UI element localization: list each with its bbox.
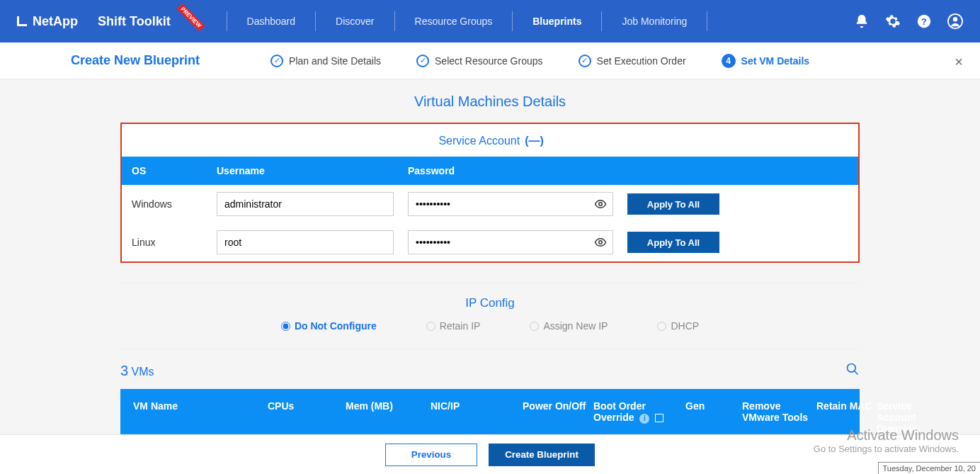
nav-job-monitoring[interactable]: Job Monitoring — [622, 16, 687, 27]
brand-text: NetApp — [33, 14, 78, 29]
password-input-linux[interactable] — [408, 230, 613, 254]
top-nav: NetApp Shift Toolkit PREVIEW Dashboard D… — [0, 0, 980, 43]
vms-summary-line: 3 VMs — [120, 349, 860, 379]
nav-blueprints[interactable]: Blueprints — [532, 16, 581, 27]
radio-input[interactable] — [530, 322, 539, 331]
os-label: Linux — [132, 237, 203, 248]
vms-count: 3 — [120, 363, 128, 378]
col-nic-ip: NIC/IP — [431, 400, 523, 412]
step-label: Select Resource Groups — [435, 55, 543, 67]
step-set-vm-details[interactable]: 4 Set VM Details — [722, 54, 809, 68]
step-label: Set VM Details — [741, 55, 809, 67]
nav-separator — [227, 11, 227, 31]
service-account-header-row: OS Username Password — [122, 157, 858, 185]
check-icon: ✓ — [270, 55, 283, 67]
svg-text:?: ? — [921, 16, 927, 27]
service-account-row-windows: Windows Apply To All — [122, 185, 858, 223]
username-input-linux[interactable] — [217, 230, 394, 254]
vms-count-label: 3 VMs — [120, 363, 154, 379]
col-vm-name: VM Name — [133, 400, 268, 412]
nav-discover[interactable]: Discover — [336, 16, 374, 27]
eye-icon[interactable] — [593, 197, 608, 211]
user-icon[interactable] — [947, 13, 963, 29]
step-label: Plan and Site Details — [289, 55, 381, 67]
col-power: Power On/Off — [523, 400, 593, 412]
nav-resource-groups[interactable]: Resource Groups — [415, 16, 493, 27]
nav-separator — [394, 11, 395, 31]
bell-icon[interactable] — [854, 13, 870, 29]
step-select-resource-groups[interactable]: ✓ Select Resource Groups — [416, 54, 543, 68]
top-nav-left: NetApp Shift Toolkit PREVIEW Dashboard D… — [17, 11, 707, 31]
svg-point-3 — [953, 17, 957, 21]
nav-separator — [315, 11, 316, 31]
radio-label: Do Not Configure — [295, 320, 377, 332]
radio-input[interactable] — [657, 322, 666, 331]
apply-to-all-button-windows[interactable]: Apply To All — [627, 193, 719, 215]
col-username: Username — [217, 165, 394, 176]
boot-override-checkbox[interactable] — [655, 414, 663, 422]
nav-separator — [601, 11, 602, 31]
step-number: 4 — [722, 54, 736, 68]
radio-label: Retain IP — [440, 320, 481, 332]
ip-config-section: IP Config Do Not Configure Retain IP Ass… — [120, 283, 860, 332]
close-icon[interactable]: × — [955, 54, 963, 70]
service-account-title-text: Service Account — [438, 135, 520, 147]
wizard-steps: ✓ Plan and Site Details ✓ Select Resourc… — [270, 54, 809, 68]
radio-do-not-configure[interactable]: Do Not Configure — [281, 320, 377, 332]
brand: NetApp — [17, 14, 78, 29]
product-text: Shift Toolkit — [98, 14, 171, 29]
service-account-title: Service Account (—) — [122, 124, 858, 157]
wizard-title: Create New Blueprint — [71, 53, 200, 68]
nav-dashboard[interactable]: Dashboard — [247, 16, 296, 27]
gear-icon[interactable] — [885, 13, 901, 29]
apply-to-all-button-linux[interactable]: Apply To All — [627, 232, 719, 253]
step-plan-details[interactable]: ✓ Plan and Site Details — [270, 54, 381, 68]
radio-label: Assign New IP — [543, 320, 608, 332]
col-password: Password — [408, 165, 613, 176]
nav-separator — [512, 11, 513, 31]
radio-input[interactable] — [281, 322, 290, 331]
username-input-windows[interactable] — [217, 192, 394, 216]
col-cpus: CPUs — [268, 400, 346, 412]
col-os: OS — [132, 165, 203, 176]
collapse-icon[interactable]: (—) — [528, 134, 542, 148]
date-strip: Tuesday, December 10, 20 — [878, 462, 980, 474]
os-label: Windows — [132, 198, 203, 210]
radio-label: DHCP — [671, 320, 699, 332]
service-account-row-linux: Linux Apply To All — [122, 223, 858, 261]
product-name: Shift Toolkit PREVIEW — [98, 14, 207, 29]
step-label: Set Execution Order — [597, 55, 686, 67]
previous-button[interactable]: Previous — [385, 444, 477, 466]
wizard-header: Create New Blueprint ✓ Plan and Site Det… — [0, 43, 980, 79]
create-blueprint-button[interactable]: Create Blueprint — [489, 444, 595, 466]
radio-retain-ip[interactable]: Retain IP — [426, 320, 481, 332]
password-input-windows[interactable] — [408, 192, 613, 216]
help-icon[interactable]: ? — [916, 13, 932, 29]
radio-dhcp[interactable]: DHCP — [657, 320, 699, 332]
radio-input[interactable] — [426, 322, 435, 331]
wizard-footer: Previous Create Blueprint — [0, 434, 980, 474]
check-icon: ✓ — [416, 55, 429, 67]
radio-assign-new-ip[interactable]: Assign New IP — [530, 320, 608, 332]
ip-config-title: IP Config — [120, 296, 860, 310]
svg-point-6 — [848, 364, 856, 373]
col-boot-order: Boot Order Override i — [593, 400, 685, 424]
col-mem: Mem (MB) — [346, 400, 431, 412]
col-gen: Gen — [685, 400, 742, 412]
top-nav-right: ? — [854, 13, 963, 29]
nav-separator — [707, 11, 707, 31]
check-icon: ✓ — [579, 55, 591, 67]
step-set-execution-order[interactable]: ✓ Set Execution Order — [579, 54, 686, 68]
eye-icon[interactable] — [593, 235, 608, 249]
ip-config-options: Do Not Configure Retain IP Assign New IP… — [120, 320, 860, 332]
vm-details-title: Virtual Machines Details — [120, 94, 860, 110]
preview-badge: PREVIEW — [176, 3, 205, 31]
search-icon[interactable] — [845, 362, 860, 379]
col-retain-mac: Retain MAC — [816, 400, 877, 412]
svg-point-5 — [599, 241, 603, 244]
info-icon[interactable]: i — [639, 414, 649, 424]
password-wrap — [408, 230, 613, 254]
service-account-section: Service Account (—) OS Username Password… — [120, 123, 860, 263]
col-remove-vmware-tools: Remove VMware Tools — [742, 400, 816, 423]
password-wrap — [408, 192, 613, 216]
